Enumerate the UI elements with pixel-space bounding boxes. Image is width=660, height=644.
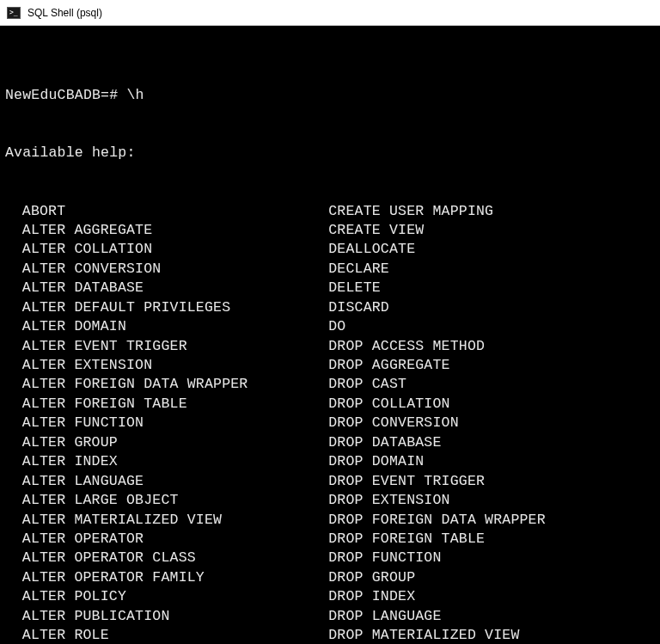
help-item: ALTER INDEX <box>22 452 328 471</box>
help-item: DROP EVENT TRIGGER <box>328 472 546 491</box>
help-item: ALTER DOMAIN <box>22 317 328 336</box>
help-item: ALTER DEFAULT PRIVILEGES <box>22 298 328 317</box>
help-item: ALTER OPERATOR CLASS <box>22 549 328 567</box>
help-item: ALTER EXTENSION <box>22 356 328 375</box>
help-item: DROP DOMAIN <box>328 452 546 471</box>
window-title: SQL Shell (psql) <box>28 7 102 19</box>
help-item: DROP DATABASE <box>328 433 546 452</box>
help-item: DISCARD <box>328 298 546 317</box>
prompt-line: NewEduCBADB=# \h <box>5 86 655 105</box>
help-item: ALTER DATABASE <box>22 279 328 297</box>
help-item: ALTER COLLATION <box>22 240 328 259</box>
help-item: ALTER LANGUAGE <box>22 472 328 491</box>
help-item: ABORT <box>22 202 328 221</box>
help-item: DECLARE <box>328 260 546 279</box>
help-item: CREATE USER MAPPING <box>328 202 546 221</box>
help-item: DROP GROUP <box>328 568 546 587</box>
help-item: DROP ACCESS METHOD <box>328 337 546 356</box>
help-item: CREATE VIEW <box>328 221 546 240</box>
help-item: ALTER FOREIGN TABLE <box>22 395 328 414</box>
help-item: ALTER CONVERSION <box>22 260 328 279</box>
help-item: DROP CAST <box>328 375 546 394</box>
help-item: DROP AGGREGATE <box>328 356 546 375</box>
help-item: DROP FOREIGN DATA WRAPPER <box>328 511 546 530</box>
help-item: DROP FUNCTION <box>328 549 546 567</box>
help-item: ALTER ROLE <box>22 626 328 644</box>
help-item: DROP CONVERSION <box>328 414 546 432</box>
window-title-bar[interactable]: SQL Shell (psql) <box>0 0 660 26</box>
help-item: DROP INDEX <box>328 587 546 606</box>
help-column-right: CREATE USER MAPPING CREATE VIEW DEALLOCA… <box>328 202 546 645</box>
help-item: ALTER OPERATOR FAMILY <box>22 568 328 587</box>
help-item: ALTER MATERIALIZED VIEW <box>22 511 328 530</box>
help-item: DROP EXTENSION <box>328 491 546 510</box>
help-column-left: ABORT ALTER AGGREGATE ALTER COLLATION AL… <box>5 202 328 645</box>
help-item: DEALLOCATE <box>328 240 546 259</box>
help-item: ALTER POLICY <box>22 587 328 606</box>
help-item: ALTER GROUP <box>22 433 328 452</box>
terminal-icon <box>7 7 21 19</box>
help-item: DROP FOREIGN TABLE <box>328 530 546 549</box>
help-columns: ABORT ALTER AGGREGATE ALTER COLLATION AL… <box>5 202 655 645</box>
help-item: ALTER AGGREGATE <box>22 221 328 240</box>
help-item: ALTER EVENT TRIGGER <box>22 337 328 356</box>
available-help-label: Available help: <box>5 144 655 163</box>
help-item: DROP MATERIALIZED VIEW <box>328 626 546 644</box>
terminal-body[interactable]: NewEduCBADB=# \h Available help: ABORT A… <box>0 26 660 644</box>
help-item: ALTER FOREIGN DATA WRAPPER <box>22 375 328 394</box>
help-item: ALTER OPERATOR <box>22 530 328 549</box>
help-item: DELETE <box>328 279 546 297</box>
help-item: ALTER PUBLICATION <box>22 607 328 626</box>
help-item: DROP COLLATION <box>328 395 546 414</box>
help-item: DO <box>328 317 546 336</box>
help-item: ALTER FUNCTION <box>22 414 328 432</box>
help-item: DROP LANGUAGE <box>328 607 546 626</box>
help-item: ALTER LARGE OBJECT <box>22 491 328 510</box>
